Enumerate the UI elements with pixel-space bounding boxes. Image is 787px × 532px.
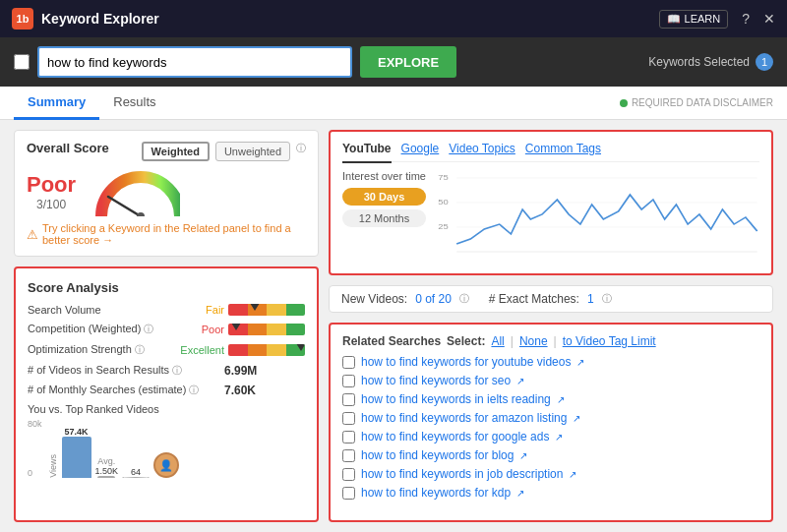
tab-results[interactable]: Results [99, 87, 169, 120]
related-items-list: how to find keywords for youtube videos … [342, 355, 759, 500]
svg-text:25: 25 [438, 222, 449, 231]
score-info-icon[interactable]: ⓘ [296, 142, 306, 161]
related-title: Related Searches [342, 334, 441, 348]
related-item-checkbox-3[interactable] [342, 412, 355, 425]
chart-tab-youtube[interactable]: YouTube [342, 142, 392, 163]
related-item-checkbox-0[interactable] [342, 356, 355, 369]
chart-card: YouTube Google Video Topics Common Tags … [329, 130, 773, 275]
tab-summary[interactable]: Summary [14, 87, 99, 120]
related-item-link-4[interactable]: how to find keywords for google ads [361, 430, 549, 443]
related-item-link-7[interactable]: how to find keywords for kdp [361, 486, 511, 500]
12-months-btn[interactable]: 12 Months [342, 209, 426, 227]
related-item-link-1[interactable]: how to find keywords for seo [361, 374, 511, 387]
close-icon[interactable]: ✕ [763, 11, 775, 27]
bar-1-label: 57.4K [65, 427, 89, 437]
related-item-link-2[interactable]: how to find keywords in ielts reading [361, 392, 551, 406]
30-days-btn[interactable]: 30 Days [342, 188, 426, 206]
avatar-wrap: 👤 [153, 452, 179, 478]
select-all-link[interactable]: All [491, 334, 504, 348]
competition-row: Competition (Weighted) ⓘ Poor [28, 323, 305, 336]
search-volume-row: Search Volume Fair [28, 304, 305, 316]
chart-tab-common-tags[interactable]: Common Tags [525, 142, 601, 155]
warning-icon: ⚠ [27, 227, 38, 242]
related-item: how to find keywords for youtube videos … [342, 355, 759, 369]
external-icon-5: ↗ [519, 450, 527, 461]
tabs-left: Summary Results [14, 87, 170, 120]
external-icon-3: ↗ [573, 413, 580, 424]
keyword-checkbox[interactable] [14, 54, 30, 70]
related-item: how to find keywords for kdp ↗ [342, 486, 759, 500]
new-videos-row: New Videos: 0 of 20 ⓘ # Exact Matches: 1… [329, 285, 773, 313]
help-icon[interactable]: ? [742, 11, 750, 27]
related-item-checkbox-7[interactable] [342, 487, 355, 500]
exact-matches-info-icon[interactable]: ⓘ [602, 292, 612, 306]
divider-2: | [554, 334, 557, 348]
chart-tab-video-topics[interactable]: Video Topics [449, 142, 515, 155]
learn-button[interactable]: 📖 LEARN [659, 10, 729, 29]
chart-body: Interest over time 30 Days 12 Months 75 … [342, 170, 759, 264]
score-poor: Poor [27, 172, 76, 198]
related-item: how to find keywords for blog ↗ [342, 448, 759, 462]
select-none-link[interactable]: None [519, 334, 548, 348]
title-bar-left: 1b Keyword Explorer [12, 8, 159, 30]
chart-tab-google[interactable]: Google [401, 142, 440, 155]
bar-3-wrap: 64 [122, 467, 150, 478]
y-zero-label: 0 [28, 468, 42, 478]
left-panel: Overall Score Weighted Unweighted ⓘ Poor… [14, 130, 319, 522]
avg-section: Avg. 1.50K [95, 456, 119, 478]
related-item-checkbox-4[interactable] [342, 431, 355, 443]
overall-score-card: Overall Score Weighted Unweighted ⓘ Poor… [14, 130, 319, 257]
avg-label: Avg. [97, 456, 115, 466]
explore-button[interactable]: EXPLORE [360, 46, 456, 78]
monthly-searches-info-icon[interactable]: ⓘ [189, 384, 199, 395]
svg-line-0 [108, 197, 141, 216]
new-videos-value[interactable]: 0 of 20 [415, 292, 452, 306]
related-item: how to find keywords for google ads ↗ [342, 430, 759, 443]
title-bar-right: 📖 LEARN ? ✕ [659, 10, 775, 29]
search-volume-rating: Fair [170, 304, 224, 316]
related-header: Related Searches Select: All | None | to… [342, 334, 759, 348]
svg-text:75: 75 [438, 173, 449, 182]
select-label: Select: [447, 334, 485, 348]
title-bar: 1b Keyword Explorer 📖 LEARN ? ✕ [0, 0, 787, 37]
new-videos-info-icon[interactable]: ⓘ [459, 292, 469, 306]
keywords-selected-badge: 1 [756, 53, 773, 71]
search-input[interactable] [37, 46, 352, 78]
related-item-link-6[interactable]: how to find keywords in job description [361, 467, 563, 481]
related-searches-card: Related Searches Select: All | None | to… [329, 323, 773, 522]
monthly-searches-value: 7.60K [224, 384, 256, 397]
competition-info-icon[interactable]: ⓘ [144, 324, 153, 334]
score-analysis-card: Score Analysis Search Volume Fair Compet… [14, 266, 319, 522]
y-axis: 80k 0 [28, 419, 42, 478]
monthly-searches-row: # of Monthly Searches (estimate) ⓘ 7.60K [28, 384, 305, 397]
to-video-tag-limit-link[interactable]: to Video Tag Limit [563, 334, 656, 348]
related-item-checkbox-5[interactable] [342, 449, 355, 462]
related-item-checkbox-1[interactable] [342, 375, 355, 387]
y-max-label: 80k [28, 419, 42, 429]
exact-matches-label: # Exact Matches: [489, 292, 579, 306]
external-icon-6: ↗ [569, 469, 576, 480]
app-logo: 1b [12, 8, 33, 30]
learn-icon: 📖 [667, 13, 681, 26]
related-item-link-3[interactable]: how to find keywords for amazon listing [361, 411, 567, 425]
exact-matches-value[interactable]: 1 [587, 292, 594, 306]
chart-tabs: YouTube Google Video Topics Common Tags [342, 142, 759, 162]
you-vs-top-label: You vs. Top Ranked Videos [28, 403, 305, 415]
unweighted-btn[interactable]: Unweighted [215, 142, 290, 161]
avatar: 👤 [153, 452, 179, 478]
related-item-link-5[interactable]: how to find keywords for blog [361, 448, 514, 462]
videos-search-value: 6.99M [224, 364, 257, 378]
weighted-btn[interactable]: Weighted [142, 142, 210, 161]
optimization-bar [228, 344, 305, 356]
related-item-checkbox-2[interactable] [342, 393, 355, 406]
score-toggle: Weighted Unweighted ⓘ [142, 142, 306, 161]
svg-text:50: 50 [438, 198, 449, 207]
videos-search-label: # of Videos in Search Results ⓘ [28, 364, 224, 378]
external-icon-7: ↗ [516, 488, 524, 499]
videos-search-info-icon[interactable]: ⓘ [172, 365, 182, 376]
interest-over-time-label: Interest over time [342, 170, 426, 182]
related-item-checkbox-6[interactable] [342, 468, 355, 481]
related-item-link-0[interactable]: how to find keywords for youtube videos [361, 355, 571, 369]
optimization-info-icon[interactable]: ⓘ [135, 344, 145, 355]
bar-2-label: 1.50K [95, 466, 119, 476]
